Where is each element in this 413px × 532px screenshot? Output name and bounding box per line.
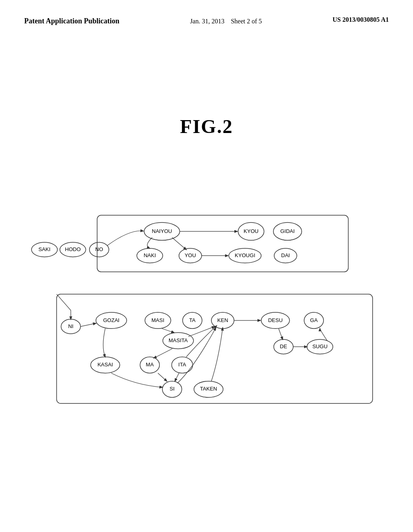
header: Patent Application Publication Jan. 31, …	[0, 0, 413, 35]
node-hodo: HODO	[65, 246, 81, 252]
diagram-svg: SAKI HODO NO NAIYOU NAKI YOU KYOU GIDAI	[24, 169, 389, 451]
node-taken: TAKEN	[200, 386, 217, 392]
node-saki: SAKI	[38, 246, 50, 252]
header-publication-label: Patent Application Publication	[24, 16, 119, 26]
page: Patent Application Publication Jan. 31, …	[0, 0, 413, 532]
node-si: SI	[169, 386, 174, 392]
node-masi: MASI	[152, 317, 165, 323]
node-gidai: GIDAI	[280, 228, 295, 234]
node-ma: MA	[146, 362, 154, 368]
node-ita: ITA	[178, 362, 186, 368]
node-gozai: GOZAI	[103, 317, 120, 323]
node-naki: NAKI	[144, 252, 156, 258]
node-no: NO	[95, 246, 103, 252]
node-dai: DAI	[281, 252, 290, 258]
node-kyougi: KYOUGI	[235, 252, 255, 258]
header-date-sheet: Jan. 31, 2013 Sheet 2 of 5	[190, 16, 262, 27]
svg-rect-0	[97, 215, 348, 272]
node-ken: KEN	[217, 317, 228, 323]
node-naiyou: NAIYOU	[152, 228, 172, 234]
node-kasai: KASAI	[98, 362, 113, 368]
node-ta: TA	[189, 317, 196, 323]
node-ga: GA	[310, 317, 318, 323]
node-masita: MASITA	[169, 337, 188, 343]
header-patent-number: US 2013/0030805 A1	[332, 16, 389, 23]
node-sugu: SUGU	[312, 343, 327, 349]
node-desu: DESU	[268, 317, 283, 323]
node-you: YOU	[185, 252, 196, 258]
node-ni: NI	[68, 323, 73, 329]
diagram-area: SAKI HODO NO NAIYOU NAKI YOU KYOU GIDAI	[24, 169, 389, 451]
node-kyou: KYOU	[244, 228, 259, 234]
node-de: DE	[280, 343, 287, 349]
figure-title: FIG.2	[0, 115, 413, 137]
